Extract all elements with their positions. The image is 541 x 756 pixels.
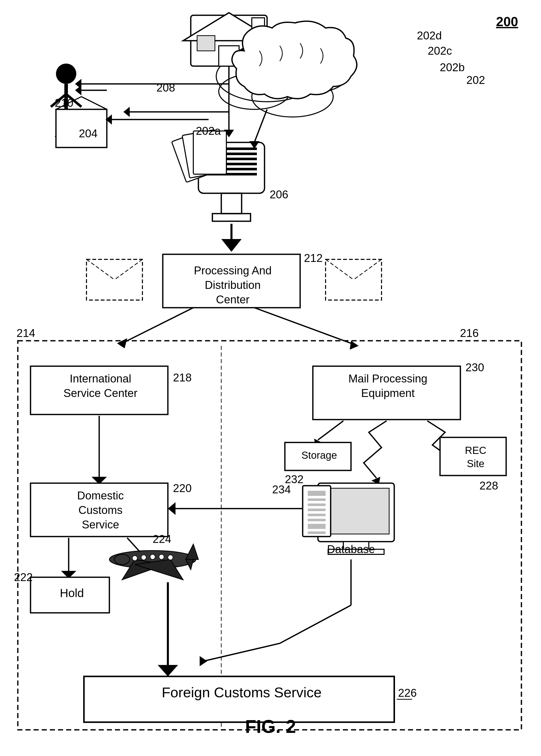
svg-line-10	[255, 109, 267, 143]
svg-marker-73	[122, 560, 165, 580]
svg-point-6	[216, 51, 318, 102]
svg-marker-36	[117, 338, 127, 348]
svg-point-78	[132, 556, 137, 561]
ref-label-218: 218	[173, 371, 192, 384]
svg-marker-5	[123, 107, 130, 117]
svg-line-93	[242, 51, 270, 59]
svg-marker-74	[135, 560, 183, 580]
svg-line-34	[353, 259, 381, 280]
svg-line-99	[56, 117, 66, 137]
svg-line-12	[221, 56, 242, 69]
svg-line-31	[115, 259, 143, 280]
svg-rect-87	[191, 15, 267, 66]
svg-point-80	[150, 555, 155, 560]
processing-center-text: Processing AndDistributionCenter	[165, 263, 300, 307]
svg-marker-75	[186, 544, 199, 560]
svg-marker-85	[158, 665, 178, 676]
svg-rect-29	[87, 259, 143, 300]
svg-line-83	[127, 538, 140, 552]
svg-marker-27	[221, 239, 242, 252]
svg-marker-88	[183, 13, 275, 41]
svg-point-8	[252, 76, 333, 117]
svg-rect-17	[206, 158, 257, 160]
svg-marker-71	[200, 656, 207, 666]
figure-number: 200	[496, 14, 518, 29]
ref-label-226: 226	[398, 687, 417, 699]
svg-rect-21	[172, 131, 218, 182]
ref-label-206: 206	[270, 188, 288, 201]
svg-rect-63	[308, 509, 325, 511]
svg-point-81	[159, 555, 164, 560]
svg-marker-3	[75, 79, 81, 89]
svg-marker-69	[168, 502, 176, 515]
figure-caption: FIG. 2	[245, 716, 296, 737]
isc-text: InternationalService Center	[33, 371, 168, 400]
svg-point-72	[109, 551, 196, 568]
rec-text: RECSite	[444, 444, 507, 470]
svg-marker-102	[75, 85, 81, 95]
svg-marker-46	[61, 571, 76, 578]
svg-line-30	[87, 259, 115, 280]
svg-rect-28	[163, 254, 300, 308]
ref-label-202d: 202d	[417, 29, 442, 42]
svg-rect-25	[213, 213, 251, 221]
svg-marker-54	[371, 477, 380, 485]
svg-rect-24	[221, 193, 242, 213]
svg-rect-18	[206, 163, 257, 165]
ref-label-220: 220	[173, 482, 192, 495]
svg-point-79	[141, 555, 146, 560]
ref-label-202c: 202c	[428, 45, 452, 57]
ref-label-224: 224	[153, 533, 171, 546]
svg-line-49	[318, 421, 343, 440]
svg-rect-67	[308, 532, 325, 534]
svg-point-82	[168, 555, 173, 560]
svg-rect-91	[248, 36, 266, 51]
svg-marker-94	[238, 47, 244, 55]
svg-line-100	[66, 117, 76, 137]
ref-label-202: 202	[466, 74, 485, 87]
svg-marker-76	[186, 560, 193, 569]
ref-label-202a: 202a	[196, 125, 221, 137]
ref-label-202b: 202b	[440, 61, 465, 74]
svg-rect-66	[308, 524, 325, 529]
svg-marker-108	[106, 115, 112, 125]
ref-label-228: 228	[479, 479, 498, 492]
svg-rect-61	[308, 499, 325, 501]
svg-rect-64	[308, 514, 325, 516]
storage-text: Storage	[287, 450, 351, 461]
svg-rect-14	[199, 143, 265, 193]
ref-label-222: 222	[14, 571, 33, 583]
ref-label-234: 234	[272, 483, 291, 496]
svg-marker-11	[249, 141, 260, 149]
svg-marker-43	[92, 477, 107, 485]
svg-marker-1	[224, 130, 234, 137]
svg-rect-56	[323, 488, 389, 534]
svg-line-106	[81, 97, 107, 109]
svg-rect-59	[303, 486, 331, 537]
svg-point-9	[219, 74, 290, 109]
hold-text: Hold	[34, 586, 109, 600]
ref-label-214: 214	[17, 327, 35, 339]
svg-rect-62	[308, 504, 325, 506]
svg-line-105	[81, 97, 107, 109]
svg-point-77	[115, 555, 130, 565]
svg-rect-92	[252, 18, 265, 36]
ref-label-230: 230	[465, 361, 484, 374]
svg-rect-32	[325, 259, 381, 300]
fcs-text: Foreign Customs Service	[87, 684, 397, 701]
svg-line-33	[325, 259, 353, 280]
ref-label-216: 216	[460, 327, 479, 339]
svg-rect-23	[193, 131, 227, 174]
ref-label-210: 210	[55, 97, 73, 109]
svg-rect-15	[206, 148, 257, 150]
svg-rect-60	[308, 491, 325, 496]
svg-marker-38	[350, 341, 359, 350]
database-label-text: Database	[313, 543, 389, 556]
svg-marker-50	[314, 439, 322, 446]
svg-rect-65	[308, 519, 325, 521]
ref-label-208: 208	[157, 81, 175, 94]
svg-line-35	[122, 308, 193, 343]
svg-marker-13	[219, 53, 224, 61]
svg-point-7	[260, 48, 351, 94]
mpe-text: Mail ProcessingEquipment	[315, 371, 460, 400]
